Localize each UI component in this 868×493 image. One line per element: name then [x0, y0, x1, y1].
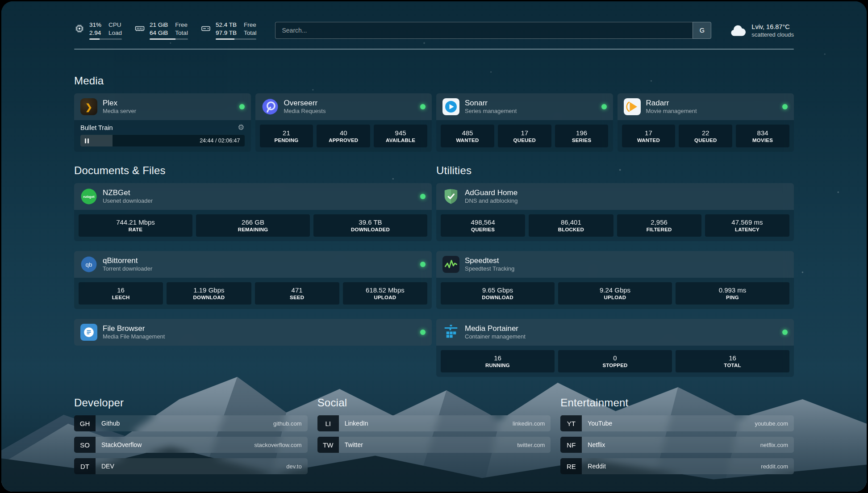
service-link-adguard[interactable]: AdGuard Home DNS and adblocking — [436, 183, 794, 210]
top-bar: 31% CPU 2.94 Load — [74, 21, 794, 40]
bookmark-url: stackoverflow.com — [254, 437, 307, 453]
bookmark-reddit[interactable]: RE Reddit reddit.com — [560, 458, 794, 474]
bookmark-youtube[interactable]: YT YouTube youtube.com — [560, 415, 794, 431]
speedtest-icon — [442, 256, 459, 273]
cpu-load-label: Load — [108, 29, 122, 37]
bookmark-github[interactable]: GH Github github.com — [74, 415, 308, 431]
disk-progress-bar — [216, 38, 257, 40]
service-title: Radarr — [646, 98, 777, 108]
service-card-radarr: Radarr Movie management 17 WANTED 22 QUE… — [618, 93, 794, 152]
weather-condition: scattered clouds — [751, 31, 794, 38]
header-divider — [74, 49, 794, 50]
stat-block: 485 WANTED — [441, 125, 494, 147]
portainer-icon — [442, 324, 459, 341]
stat-block: 9.65 Gbps DOWNLOAD — [441, 282, 555, 305]
service-subtitle: Container management — [465, 333, 777, 341]
disk-free-label: Free — [244, 21, 257, 29]
service-title: AdGuard Home — [465, 188, 788, 197]
plex-icon: ❯ — [80, 98, 97, 115]
stat-block: 196 SERIES — [555, 125, 609, 147]
status-dot — [239, 104, 245, 109]
stat-block: 17 QUEUED — [498, 125, 551, 147]
bookmark-url: linkedin.com — [513, 415, 551, 431]
status-dot — [782, 104, 788, 109]
bookmark-linkedin[interactable]: LI LinkedIn linkedin.com — [317, 415, 551, 431]
stat-block: 498,564 QUERIES — [441, 214, 525, 237]
bookmark-name: YouTube — [582, 415, 755, 431]
service-link-filebrowser[interactable]: File Browser Media File Management — [74, 319, 432, 346]
dashboard-app: 31% CPU 2.94 Load — [1, 1, 867, 492]
service-link-sonarr[interactable]: Sonarr Series management — [436, 93, 613, 120]
service-card-speedtest: Speedtest Speedtest Tracking 9.65 Gbps D… — [436, 251, 794, 309]
service-link-speedtest[interactable]: Speedtest Speedtest Tracking — [436, 251, 794, 278]
stat-block: 0.993 ms PING — [676, 282, 789, 305]
section-title-utilities: Utilities — [436, 164, 794, 177]
service-card-portainer: Media Portainer Container management 16 … — [436, 319, 794, 377]
memory-icon — [134, 23, 145, 34]
gear-icon[interactable]: ⚙ — [238, 124, 244, 131]
search-input[interactable] — [275, 22, 693, 39]
service-link-qbittorrent[interactable]: qb qBittorrent Torrent downloader — [74, 251, 432, 278]
memory-total: 64 GiB — [150, 29, 168, 37]
pause-icon[interactable] — [85, 138, 89, 143]
bookmark-url: reddit.com — [761, 458, 794, 474]
weather-widget[interactable]: Lviv, 16.87°C scattered clouds — [730, 23, 794, 38]
bookmark-abbr: SO — [74, 437, 96, 453]
service-subtitle: Series management — [465, 108, 596, 115]
bookmark-abbr: DT — [74, 458, 96, 474]
now-playing-title: Bullet Train — [80, 124, 113, 131]
status-dot — [420, 262, 426, 267]
stat-block: 266 GB REMAINING — [196, 214, 310, 237]
service-link-overseerr[interactable]: Overseerr Media Requests — [255, 93, 432, 120]
stat-block: 16 LEECH — [79, 282, 163, 305]
service-title: Sonarr — [465, 98, 596, 108]
bookmark-twitter[interactable]: TW Twitter twitter.com — [317, 437, 551, 453]
service-subtitle: Movie management — [646, 108, 777, 115]
service-link-radarr[interactable]: Radarr Movie management — [618, 93, 794, 120]
service-link-plex[interactable]: ❯ Plex Media server — [74, 93, 251, 120]
memory-widget: 21 GiB Free 64 GiB Total — [134, 21, 188, 40]
search-provider-button[interactable]: G — [693, 22, 711, 39]
bookmark-name: StackOverflow — [96, 437, 254, 453]
status-dot — [420, 104, 426, 109]
bookmark-group-entertainment: Entertainment YT YouTube youtube.com NF … — [560, 397, 794, 474]
cpu-progress-bar — [89, 38, 122, 40]
service-card-filebrowser: File Browser Media File Management — [74, 319, 432, 346]
status-dot — [601, 104, 607, 109]
svg-text:nzbget: nzbget — [83, 195, 95, 199]
bookmark-url: dev.to — [286, 458, 307, 474]
service-link-nzbget[interactable]: nzbget NZBGet Usenet downloader — [74, 183, 432, 210]
bookmark-dev[interactable]: DT DEV dev.to — [74, 458, 308, 474]
stat-block: 945 AVAILABLE — [374, 125, 427, 147]
bookmark-url: youtube.com — [755, 415, 794, 431]
service-card-qbittorrent: qb qBittorrent Torrent downloader 16 LEE… — [74, 251, 432, 309]
bookmark-url: github.com — [273, 415, 308, 431]
disk-icon — [200, 23, 211, 34]
disk-total: 97.9 TB — [216, 29, 237, 37]
cpu-load: 2.94 — [89, 29, 101, 37]
stat-block: 0 STOPPED — [558, 350, 672, 372]
stat-block: 744.21 Mbps RATE — [79, 214, 192, 237]
nzbget-icon: nzbget — [80, 188, 97, 205]
plex-now-playing: Bullet Train ⚙ 24:44 / 02:06:47 — [74, 120, 251, 152]
bookmark-netflix[interactable]: NF Netflix netflix.com — [560, 437, 794, 453]
memory-free-label: Free — [175, 21, 188, 29]
resource-widgets: 31% CPU 2.94 Load — [74, 21, 256, 40]
plex-progress-bar[interactable]: 24:44 / 02:06:47 — [80, 135, 245, 146]
section-title-entertainment: Entertainment — [560, 397, 794, 409]
stat-block: 22 QUEUED — [679, 125, 732, 147]
bookmark-name: Netflix — [582, 437, 760, 453]
service-link-portainer[interactable]: Media Portainer Container management — [436, 319, 794, 346]
service-card-adguard: AdGuard Home DNS and adblocking 498,564 … — [436, 183, 794, 241]
cpu-progress-fill — [89, 38, 100, 40]
stat-block: 16 RUNNING — [441, 350, 555, 372]
bookmark-abbr: NF — [560, 437, 582, 453]
service-title: Speedtest — [465, 256, 788, 265]
stat-block: 834 MOVIES — [736, 125, 789, 147]
service-subtitle: Torrent downloader — [103, 265, 415, 273]
bookmark-groups: Developer GH Github github.com SO StackO… — [74, 397, 794, 491]
disk-widget: 52.4 TB Free 97.9 TB Total — [200, 21, 257, 40]
service-subtitle: Media Requests — [284, 108, 415, 115]
bookmark-name: LinkedIn — [339, 415, 513, 431]
bookmark-stackoverflow[interactable]: SO StackOverflow stackoverflow.com — [74, 437, 308, 453]
